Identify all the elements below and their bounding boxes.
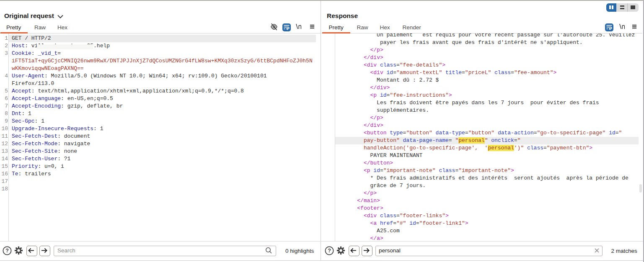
svg-text:?: ? (328, 248, 331, 254)
svg-text:?: ? (5, 248, 9, 254)
